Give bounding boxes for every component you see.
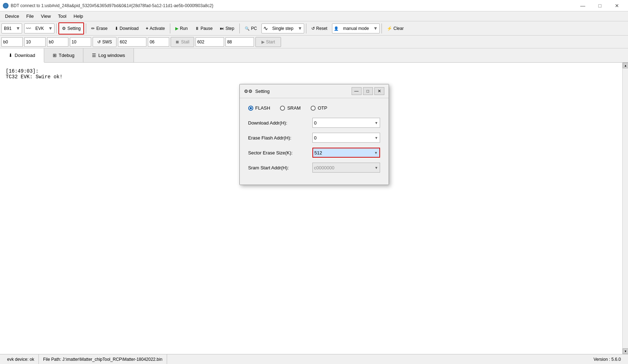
field-row-0: Download Addr(H): 0 ▼ bbox=[248, 118, 380, 128]
status-filepath: File Path: J:\matter\Matter_chipTool_RCP… bbox=[39, 354, 167, 364]
val-field-2[interactable] bbox=[148, 37, 169, 47]
separator-3 bbox=[170, 23, 170, 33]
download-icon bbox=[115, 26, 118, 31]
tab-download-label: Download bbox=[15, 53, 35, 58]
radio-otp[interactable]: OTP bbox=[311, 105, 327, 111]
erase-icon bbox=[91, 26, 95, 31]
download-button[interactable]: Download bbox=[111, 22, 142, 35]
download-label: Download bbox=[120, 26, 139, 31]
modal-title-left: ⚙ Setting bbox=[244, 89, 270, 94]
manualmode-dropdown-arrow: ▼ bbox=[372, 26, 379, 31]
radio-row: FLASH SRAM OTP bbox=[248, 105, 380, 111]
val-field-3[interactable] bbox=[196, 37, 224, 47]
title-bar-title: BDT connect to 1:usb#vid_248a&pid_5320#5… bbox=[11, 3, 213, 8]
run-button[interactable]: Run bbox=[172, 22, 191, 35]
tab-tdebug[interactable]: Tdebug bbox=[44, 48, 83, 62]
clear-label: Clear bbox=[394, 26, 404, 31]
app-icon bbox=[3, 3, 9, 9]
input-field-1[interactable] bbox=[1, 37, 23, 47]
separator-1 bbox=[56, 23, 57, 33]
menu-tool[interactable]: Tool bbox=[55, 12, 70, 20]
reset-icon bbox=[311, 26, 315, 31]
radio-flash-label: FLASH bbox=[255, 105, 270, 111]
tab-log-windows[interactable]: Log windows bbox=[83, 48, 134, 62]
field-label-2: Sector Erase Size(K): bbox=[248, 150, 312, 155]
sws-button[interactable]: SWS bbox=[93, 37, 116, 47]
tab-logwin-label: Log windows bbox=[98, 53, 125, 58]
reset-label: Reset bbox=[316, 26, 327, 31]
start-label: Start bbox=[266, 39, 275, 44]
step-button[interactable]: Step bbox=[217, 22, 238, 35]
field-value-1: 0 bbox=[314, 135, 317, 141]
start-icon bbox=[261, 39, 265, 44]
pause-icon bbox=[195, 26, 199, 31]
evk-dropdown[interactable]: EVK ▼ bbox=[24, 23, 55, 33]
close-button[interactable]: ✕ bbox=[609, 0, 625, 11]
stall-button[interactable]: Stall bbox=[171, 37, 194, 47]
maximize-button[interactable]: □ bbox=[592, 0, 608, 11]
tab-download[interactable]: Download bbox=[0, 48, 44, 63]
field-select-2[interactable]: 512 ▼ bbox=[312, 148, 380, 158]
pc-button[interactable]: PC bbox=[242, 22, 260, 35]
status-device: evk device: ok bbox=[3, 354, 39, 364]
field-label-0: Download Addr(H): bbox=[248, 120, 312, 126]
modal-controls: — □ ✕ bbox=[352, 87, 384, 95]
clear-icon bbox=[387, 26, 392, 31]
modal-maximize-button[interactable]: □ bbox=[363, 87, 373, 95]
field-arrow-3: ▼ bbox=[375, 166, 378, 170]
evk-dropdown-arrow: ▼ bbox=[47, 26, 54, 31]
menu-device[interactable]: Device bbox=[1, 12, 23, 20]
radio-sram[interactable]: SRAM bbox=[280, 105, 301, 111]
setting-button[interactable]: Setting bbox=[58, 22, 84, 35]
minimize-button[interactable]: — bbox=[575, 0, 591, 11]
chip-dropdown[interactable]: B91 ▼ bbox=[1, 23, 22, 33]
start-button[interactable]: Start bbox=[255, 37, 281, 47]
field-arrow-1: ▼ bbox=[375, 136, 378, 140]
manualmode-dropdown[interactable]: manual mode ▼ bbox=[332, 23, 380, 33]
pc-icon bbox=[245, 26, 250, 31]
pause-button[interactable]: Pause bbox=[192, 22, 216, 35]
setting-label: Setting bbox=[67, 26, 81, 31]
reset-button[interactable]: Reset bbox=[308, 22, 331, 35]
input-field-4[interactable] bbox=[70, 37, 91, 47]
menu-view[interactable]: View bbox=[37, 12, 55, 20]
erase-button[interactable]: Erase bbox=[88, 22, 110, 35]
sws-label: SWS bbox=[102, 39, 112, 44]
status-bar: evk device: ok File Path: J:\matter\Matt… bbox=[0, 354, 628, 364]
evk-value: EVK bbox=[33, 26, 46, 31]
title-bar-controls: — □ ✕ bbox=[575, 0, 625, 11]
field-value-0: 0 bbox=[314, 120, 317, 126]
val-field-1[interactable] bbox=[118, 37, 146, 47]
radio-otp-circle bbox=[311, 106, 316, 111]
field-label-3: Sram Start Addr(H): bbox=[248, 165, 312, 170]
modal-title: Setting bbox=[255, 89, 270, 94]
radio-otp-label: OTP bbox=[318, 105, 327, 111]
toolbar: B91 ▼ EVK ▼ Setting Erase Download Activ… bbox=[0, 21, 628, 36]
menu-bar: Device File View Tool Help bbox=[0, 11, 628, 21]
clear-button[interactable]: Clear bbox=[384, 22, 407, 35]
modal-minimize-button[interactable]: — bbox=[352, 87, 362, 95]
field-select-3: c0000000 ▼ bbox=[312, 163, 380, 173]
input-field-3[interactable] bbox=[47, 37, 68, 47]
menu-help[interactable]: Help bbox=[70, 12, 87, 20]
val-field-4[interactable] bbox=[225, 37, 254, 47]
main-area: [16:49:03]: TC32 EVK: Swire ok! ▲ ▼ ⚙ Se… bbox=[0, 63, 628, 354]
singlestep-dropdown[interactable]: Single step ▼ bbox=[261, 23, 304, 33]
modal-overlay: ⚙ Setting — □ ✕ FLASH bbox=[0, 63, 628, 354]
input-field-2[interactable] bbox=[24, 37, 46, 47]
pause-label: Pause bbox=[201, 26, 213, 31]
field-select-0[interactable]: 0 ▼ bbox=[312, 118, 380, 128]
modal-close-button[interactable]: ✕ bbox=[374, 87, 384, 95]
activate-button[interactable]: Activate bbox=[142, 22, 168, 35]
radio-flash[interactable]: FLASH bbox=[248, 105, 270, 111]
field-value-3: c0000000 bbox=[314, 165, 334, 170]
tab-tdebug-icon bbox=[53, 53, 57, 58]
modal-content: FLASH SRAM OTP Download Addr(H): bbox=[240, 98, 389, 185]
field-select-1[interactable]: 0 ▼ bbox=[312, 133, 380, 143]
tab-tdebug-label: Tdebug bbox=[59, 53, 74, 58]
separator-2 bbox=[86, 23, 86, 33]
tab-logwin-icon bbox=[92, 53, 96, 58]
setting-dialog: ⚙ Setting — □ ✕ FLASH bbox=[239, 84, 389, 185]
menu-file[interactable]: File bbox=[23, 12, 37, 20]
singlestep-dropdown-arrow: ▼ bbox=[296, 26, 304, 31]
